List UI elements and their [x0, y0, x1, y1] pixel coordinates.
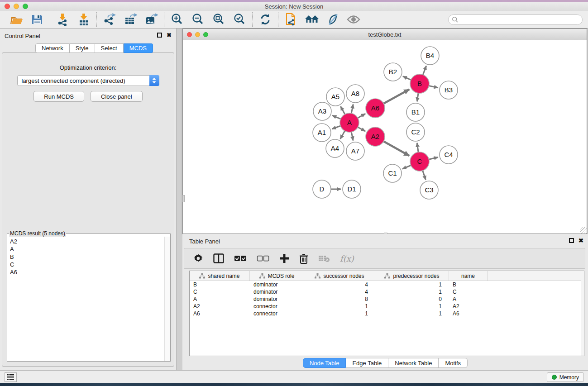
select-all-icon[interactable]: [234, 255, 247, 262]
eye-icon[interactable]: [346, 12, 361, 27]
zoom-selected-icon[interactable]: [232, 12, 247, 27]
graph-node-C4[interactable]: C4: [440, 146, 458, 164]
graph-node-D[interactable]: D: [313, 180, 331, 198]
table-row[interactable]: Cdominator41C: [190, 288, 584, 295]
column-header-MCDS-role[interactable]: MCDS role: [250, 271, 304, 281]
graph-node-C3[interactable]: C3: [420, 181, 438, 199]
column-header-successor-nodes[interactable]: successor nodes: [304, 271, 375, 281]
table-cell: A2: [449, 303, 488, 310]
svg-text:A6: A6: [371, 104, 379, 112]
add-column-icon[interactable]: [279, 253, 289, 263]
window-edge-grip[interactable]: [182, 195, 185, 202]
import-network-icon[interactable]: [56, 12, 70, 27]
close-panel-icon[interactable]: ✖: [167, 33, 172, 38]
graph-node-A6[interactable]: A6: [366, 99, 385, 118]
houses-icon[interactable]: [305, 12, 319, 27]
column-header-predecessor-nodes[interactable]: predecessor nodes: [375, 271, 449, 281]
graph-node-D1[interactable]: D1: [343, 180, 361, 198]
show-columns-icon[interactable]: [213, 253, 224, 263]
table-cell: C: [190, 288, 250, 295]
search-input[interactable]: [448, 14, 583, 25]
node-table: shared nameMCDS rolesuccessor nodesprede…: [189, 271, 584, 356]
import-table-icon[interactable]: [76, 12, 91, 27]
column-header-name[interactable]: name: [449, 271, 488, 281]
graph-node-C1[interactable]: C1: [383, 164, 402, 182]
tab-node-table[interactable]: Node Table: [303, 358, 346, 368]
result-item[interactable]: B: [7, 253, 164, 261]
network-from-file-icon[interactable]: [284, 12, 298, 27]
table-cell: B: [449, 281, 488, 288]
table-row[interactable]: A6connector11A6: [190, 310, 584, 317]
function-builder-icon[interactable]: f(x): [340, 254, 354, 263]
table-row[interactable]: Bdominator41B: [190, 281, 584, 288]
graph-node-C2[interactable]: C2: [406, 123, 425, 141]
graph-node-A[interactable]: A: [340, 113, 359, 132]
tab-select[interactable]: Select: [95, 43, 124, 53]
table-cell: C: [449, 288, 488, 295]
task-history-button[interactable]: [5, 372, 17, 382]
hierarchy-icon: [259, 273, 265, 279]
graph-node-B3[interactable]: B3: [440, 81, 458, 99]
graph-node-B2[interactable]: B2: [384, 63, 402, 81]
graph-node-A8[interactable]: A8: [346, 85, 364, 103]
column-header-shared-name[interactable]: shared name: [190, 271, 250, 281]
save-icon[interactable]: [30, 12, 44, 27]
tab-network[interactable]: Network: [35, 43, 70, 53]
result-item[interactable]: A6: [7, 268, 164, 276]
result-item[interactable]: C: [7, 261, 164, 268]
export-image-icon[interactable]: [144, 12, 158, 27]
graph-node-B[interactable]: B: [410, 74, 429, 93]
graph-node-A3[interactable]: A3: [313, 102, 331, 120]
refresh-icon[interactable]: [258, 12, 272, 27]
tab-motifs[interactable]: Motifs: [439, 358, 468, 368]
result-item[interactable]: A2: [7, 238, 164, 245]
table-scrollbar[interactable]: [581, 271, 584, 356]
graph-node-A7[interactable]: A7: [346, 142, 364, 160]
svg-text:B4: B4: [426, 52, 434, 59]
close-panel-button[interactable]: Close panel: [91, 91, 143, 102]
graph-node-A5[interactable]: A5: [326, 88, 344, 106]
delete-table-icon[interactable]: [318, 254, 330, 262]
delete-column-trash-icon[interactable]: [299, 253, 308, 264]
open-folder-icon[interactable]: [9, 12, 24, 27]
tab-mcds[interactable]: MCDS: [124, 43, 153, 53]
result-scrollbar[interactable]: [164, 237, 170, 361]
criterion-dropdown[interactable]: largest connected component (directed): [17, 75, 159, 86]
application-window: Session: New Session: [0, 0, 588, 386]
tab-style[interactable]: Style: [70, 43, 95, 53]
table-cell: dominator: [250, 295, 304, 303]
table-cell: connector: [250, 303, 304, 310]
tab-edge-table[interactable]: Edge Table: [346, 358, 388, 368]
float-table-panel-icon[interactable]: [569, 238, 574, 243]
table-settings-gear-icon[interactable]: [193, 253, 203, 263]
svg-text:A2: A2: [371, 133, 379, 140]
network-canvas[interactable]: B4B2BB3A8A5A6A3B1AA1C2A2A4A7C4CC1DD1C3: [183, 41, 587, 234]
export-table-icon[interactable]: [123, 12, 138, 27]
memory-button[interactable]: Memory: [547, 372, 584, 382]
result-item[interactable]: A: [7, 245, 164, 253]
run-mcds-button[interactable]: Run MCDS: [33, 91, 84, 102]
table-row[interactable]: Adominator80A: [190, 295, 584, 303]
graph-node-A1[interactable]: A1: [313, 124, 331, 142]
graph-node-B1[interactable]: B1: [406, 103, 425, 121]
graphics-details-icon[interactable]: [325, 12, 340, 27]
graph-node-A4[interactable]: A4: [326, 139, 344, 157]
unselect-all-icon[interactable]: [257, 255, 269, 262]
table-row[interactable]: A2connector11A2: [190, 303, 584, 310]
float-panel-icon[interactable]: [157, 33, 162, 38]
zoom-out-icon[interactable]: [191, 12, 205, 27]
graph-node-C[interactable]: C: [410, 152, 429, 171]
zoom-fit-icon[interactable]: [211, 12, 226, 27]
table-cell: 4: [304, 288, 375, 295]
window-resize-handle[interactable]: [580, 227, 587, 234]
zoom-in-icon[interactable]: [170, 12, 184, 27]
graph-node-A2[interactable]: A2: [366, 127, 385, 146]
svg-text:A3: A3: [318, 107, 326, 115]
export-network-icon[interactable]: [102, 12, 117, 27]
close-table-panel-icon[interactable]: ✖: [578, 238, 583, 243]
table-panel-title: Table Panel: [189, 238, 220, 245]
chevron-updown-icon: [149, 75, 159, 86]
graph-node-B4[interactable]: B4: [421, 47, 439, 65]
tab-network-table[interactable]: Network Table: [388, 358, 439, 368]
mcds-result-list: A2ABCA6: [7, 238, 164, 361]
